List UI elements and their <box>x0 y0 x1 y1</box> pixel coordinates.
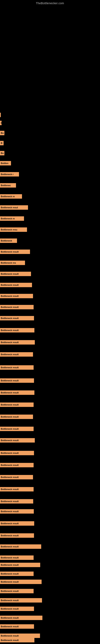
bottleneck-bar: Bottlen <box>0 161 11 166</box>
site-title: TheBottlenecker.com <box>0 0 100 5</box>
bottleneck-bar: Bottleneck result <box>0 451 34 455</box>
bottleneck-bar: Bottleneck res <box>0 260 25 265</box>
bottleneck-bar: Bottleneck result <box>0 390 34 395</box>
bottleneck-bar: Bottleneck result <box>0 272 31 276</box>
bottleneck-bar: Bottleneck r <box>0 172 19 176</box>
bottleneck-bar: Bottlenec <box>0 183 16 188</box>
bottleneck-bar: Bottleneck result <box>0 544 41 549</box>
bottleneck-bar: Bottleneck <box>0 238 17 243</box>
bottleneck-bar: Bottleneck result <box>0 598 42 602</box>
bottleneck-bar: Bottleneck resu <box>0 228 27 232</box>
bottleneck-bar: Bottleneck result <box>0 624 34 629</box>
bottleneck-bar: Bo <box>0 151 4 155</box>
bottleneck-bar: Bottleneck result <box>0 533 34 538</box>
bottleneck-bar: Bottleneck result <box>0 556 34 560</box>
bottleneck-bar: Bottleneck result <box>0 499 33 504</box>
bottleneck-bar: Bottleneck result <box>0 572 34 576</box>
bottleneck-bar: Bottleneck result <box>0 563 40 567</box>
bottleneck-bar: Bottleneck result <box>0 487 34 492</box>
bottleneck-bar: Bottleneck result <box>0 580 42 584</box>
bottleneck-bar: Bottleneck result <box>0 475 33 480</box>
bottleneck-bar: Bottleneck result <box>0 340 35 344</box>
bottleneck-bar: Bottleneck result <box>0 427 34 431</box>
bottleneck-bar: Bottleneck result <box>0 352 33 356</box>
bottleneck-bar: Bottleneck result <box>0 509 34 514</box>
bottleneck-bar: Bottleneck result <box>0 283 32 287</box>
bottleneck-bar <box>0 113 1 117</box>
bottleneck-bar: Bottleneck result <box>0 250 30 254</box>
bottleneck-bar: B <box>0 141 3 145</box>
bottleneck-bar: Bottleneck result <box>0 402 34 407</box>
bottleneck-bar: Bottleneck result <box>0 365 34 370</box>
bottleneck-bar: Bottleneck result <box>0 378 34 383</box>
bottleneck-bar: Bo <box>0 131 4 135</box>
bottleneck-bar: Bottleneck result <box>0 305 34 309</box>
bottleneck-bar: Bottleneck result <box>0 521 34 526</box>
bottleneck-bar: Bottleneck result <box>0 438 35 442</box>
bottleneck-bar: Bottleneck resul <box>0 205 28 210</box>
bottleneck-bar: Bottleneck re <box>0 194 22 199</box>
bottleneck-bar: Bottleneck result <box>0 616 42 620</box>
bottleneck-bar: Bottleneck result <box>0 606 34 611</box>
bottleneck-bar: Bottleneck result <box>0 294 33 298</box>
bottleneck-bar: Bottleneck result <box>0 463 34 467</box>
bottleneck-bar: Bottleneck result <box>0 414 33 419</box>
bottleneck-bar: Bottleneck result <box>0 634 40 638</box>
bottleneck-bar: Bottleneck result <box>0 638 34 642</box>
bottleneck-bar: Bottleneck result <box>0 589 34 593</box>
bottleneck-bar: Bottleneck result <box>0 316 34 320</box>
bottleneck-bar: B <box>0 121 1 125</box>
bottleneck-bar: Bottleneck re <box>0 216 24 221</box>
bottleneck-bar: Bottleneck result <box>0 328 34 332</box>
